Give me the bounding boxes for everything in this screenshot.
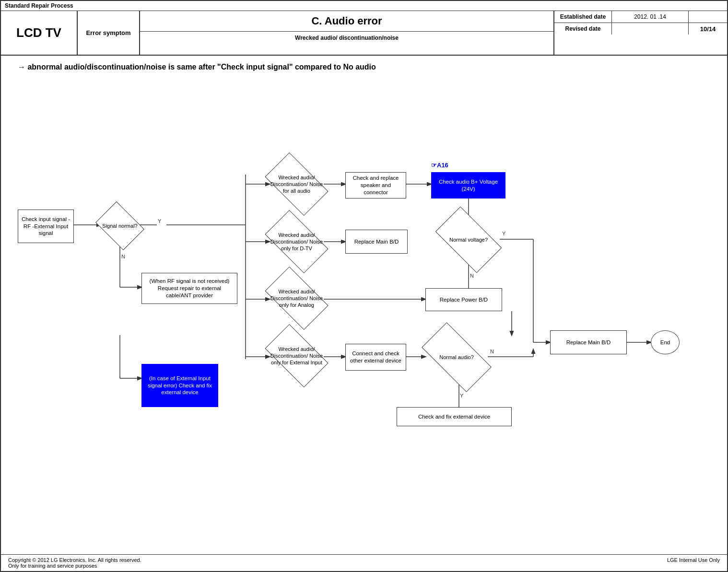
- error-symptom-label: Error symptom: [78, 11, 140, 55]
- established-value: 2012. 01 .14: [612, 11, 689, 23]
- a16-ref: ☞A16: [431, 162, 448, 169]
- wreck2-diamond: Wrecked audio/ Discontinuation/ Noise on…: [270, 225, 324, 258]
- wreck1-diamond: Wrecked audio/ Discontinuation/ Noise fo…: [270, 167, 324, 201]
- svg-text:Y: Y: [460, 393, 464, 398]
- footer-right: LGE Internal Use Only: [667, 557, 720, 569]
- wreck3-diamond: Wrecked audio/ Discontinuation/ Noise on…: [270, 281, 324, 315]
- main-title: C. Audio error: [140, 11, 553, 32]
- connect-check-box: Connect and check other external device: [345, 344, 406, 371]
- sub-header-title: Wrecked audio/ discontinuation/noise: [140, 32, 553, 44]
- check-audio-b-box: Check audio B+ Voltage (24V): [431, 172, 505, 198]
- check-replace-speaker-box: Check and replace speaker and connector: [345, 172, 406, 198]
- replace-main-bd-2-box: Replace Main B/D: [550, 330, 627, 354]
- page: Standard Repair Process LCD TV Error sym…: [0, 0, 728, 572]
- replace-main-bd-1-box: Replace Main B/D: [345, 230, 408, 254]
- svg-text:N: N: [121, 254, 125, 259]
- revised-value: [612, 23, 689, 35]
- wreck4-diamond: Wrecked audio/ Discontinuation/ Noise on…: [270, 339, 324, 373]
- svg-text:Y: Y: [502, 231, 506, 236]
- page-empty: [689, 11, 727, 23]
- normal-audio-diamond: Normal audio?: [425, 340, 488, 374]
- section-title: Standard Repair Process: [1, 1, 727, 11]
- replace-power-bd-box: Replace Power B/D: [425, 288, 502, 311]
- product-label: LCD TV: [1, 11, 78, 55]
- normal-voltage-diamond: Normal voltage?: [440, 222, 497, 257]
- established-label: Established date: [554, 11, 612, 23]
- external-fix-box: (In case of External Input signal error)…: [141, 364, 218, 407]
- revised-label: Revised date: [554, 23, 612, 35]
- content-subtitle: → abnormal audio/discontinuation/noise i…: [18, 63, 720, 71]
- footer-copyright: Copyright © 2012 LG Electronics. Inc. Al…: [8, 557, 141, 563]
- footer-left: Copyright © 2012 LG Electronics. Inc. Al…: [8, 557, 141, 569]
- svg-text:Y: Y: [158, 218, 162, 224]
- check-fix-ext-box: Check and fix external device: [397, 407, 512, 426]
- rf-request-box: (When RF signal is not received) Request…: [141, 273, 237, 304]
- content-area: → abnormal audio/discontinuation/noise i…: [1, 56, 727, 554]
- check-input-box: Check input signal -RF -External Input s…: [18, 210, 74, 243]
- signal-normal-diamond: Signal normal?: [101, 211, 139, 240]
- footer: Copyright © 2012 LG Electronics. Inc. Al…: [1, 554, 727, 571]
- footer-training: Only for training and service purposes: [8, 563, 141, 569]
- svg-text:N: N: [470, 273, 474, 279]
- svg-text:N: N: [490, 349, 494, 354]
- end-circle: End: [651, 330, 680, 354]
- page-number: 10/14: [689, 23, 727, 35]
- flowchart: Y N: [8, 81, 720, 537]
